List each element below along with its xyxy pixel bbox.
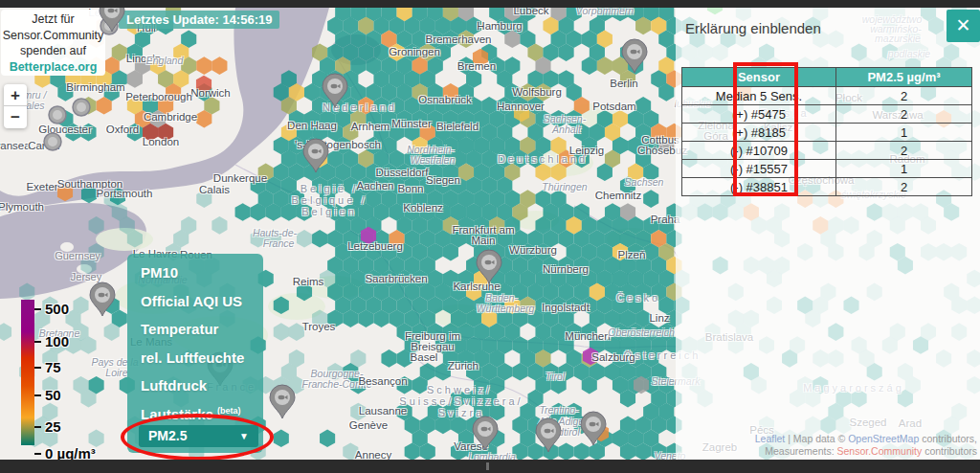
browser-top-bar [0, 0, 980, 8]
table-row: (+) #81851 [682, 124, 972, 142]
map-pin[interactable] [473, 417, 498, 450]
map-pin[interactable] [90, 282, 115, 316]
osm-link[interactable]: OpenStreetMap [848, 433, 919, 444]
sensor-cell: (+) #8185 [682, 124, 836, 142]
measurements-text: Measurements: [765, 445, 836, 457]
sensor-table-header-row: Sensor PM2.5 µg/m³ [682, 68, 972, 87]
layer-menu-items: PM10Official AQI USTemperaturrel. Luftfe… [141, 264, 263, 434]
sensor-cell: Median 5 Sens. [682, 87, 836, 105]
map-pin[interactable] [622, 39, 647, 73]
attribution-text2: contributors, [919, 433, 977, 444]
layer-item-official-aqi-us[interactable]: Official AQI US [141, 293, 263, 322]
close-icon[interactable]: ✕ [947, 10, 980, 42]
layer-item-luftdruck[interactable]: Luftdruck [141, 377, 263, 406]
table-row: (+) #54752 [682, 105, 972, 124]
cluster-marker[interactable] [49, 106, 66, 124]
map-app: LeedsHullLincolnNorwichBirminghamPeterbo… [0, 0, 980, 473]
browser-bottom-bar [0, 460, 980, 473]
table-row: Median 5 Sens.2 [682, 87, 972, 105]
value-cell: 2 [836, 87, 972, 105]
sensor-community-link[interactable]: Sensor.Community [837, 445, 923, 457]
layer-select-pm25[interactable]: PM2.5 ▼ [139, 425, 258, 447]
sensor-cell: (-) #38851 [682, 178, 836, 196]
sensor-cell: (+) #5475 [682, 105, 836, 124]
sensor-cell: (-) #15557 [682, 160, 836, 178]
leaflet-link[interactable]: Leaflet [755, 433, 786, 444]
map-pin[interactable] [303, 139, 328, 172]
value-cell: 2 [836, 105, 972, 124]
col-header-sensor: Sensor [682, 68, 836, 87]
sensor-cell: (-) #10709 [682, 142, 836, 160]
map-pin[interactable] [477, 250, 501, 283]
value-cell: 1 [836, 124, 972, 142]
contributors-text: contributors [922, 445, 977, 457]
layer-item-rel-luftfeuchte[interactable]: rel. Luftfeuchte [141, 349, 263, 378]
attribution-text: | Map data © [785, 433, 848, 444]
table-row: (-) #388512 [682, 178, 972, 196]
layer-item-pm10[interactable]: PM10 [141, 264, 263, 293]
layer-menu: PM10Official AQI USTemperaturrel. Luftfe… [127, 254, 263, 453]
map-pin[interactable] [323, 74, 347, 107]
sensor-table-body: Median 5 Sens.2(+) #54752(+) #81851(-) #… [682, 87, 972, 196]
value-cell: 1 [836, 160, 972, 178]
value-cell: 2 [836, 178, 972, 196]
map-pin[interactable] [581, 412, 606, 445]
bottom-bar-tick [486, 462, 489, 470]
layer-item-temperatur[interactable]: Temperatur [141, 321, 263, 349]
col-header-pm25: PM2.5 µg/m³ [836, 68, 972, 87]
chevron-down-icon: ▼ [239, 425, 249, 447]
panel-title-toggle[interactable]: Erklärung einblenden [685, 20, 821, 36]
map-pin[interactable] [536, 418, 561, 452]
table-row: (-) #155571 [682, 160, 972, 178]
value-cell: 2 [836, 142, 972, 160]
map-attribution: Leaflet | Map data © OpenStreetMap contr… [755, 433, 977, 458]
zoom-control: + − [4, 84, 27, 128]
attribution-line1: Leaflet | Map data © OpenStreetMap contr… [755, 433, 977, 445]
cluster-marker[interactable] [73, 99, 90, 116]
sensor-table: Sensor PM2.5 µg/m³ Median 5 Sens.2(+) #5… [681, 67, 972, 196]
zoom-out-button[interactable]: − [4, 106, 27, 128]
map-pin[interactable] [270, 385, 295, 418]
selected-layer-label: PM2.5 [148, 425, 187, 447]
attribution-line2: Measurements: Sensor.Community contribut… [755, 445, 977, 458]
cluster-marker[interactable] [44, 133, 61, 150]
zoom-in-button[interactable]: + [4, 84, 27, 106]
table-row: (-) #107092 [682, 142, 972, 160]
